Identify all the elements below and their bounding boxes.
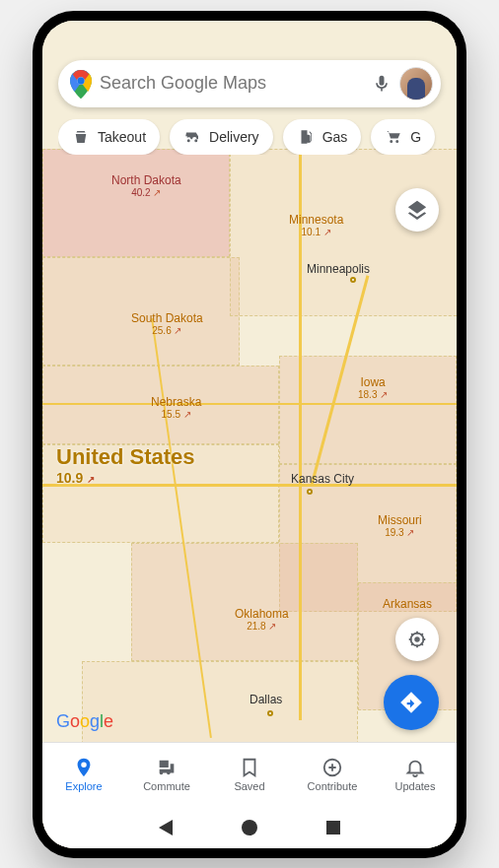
city-dot-minneapolis <box>350 277 356 283</box>
layers-button[interactable] <box>395 188 439 232</box>
svg-point-2 <box>414 636 420 642</box>
chip-label: G <box>410 129 421 145</box>
layers-icon <box>406 199 428 221</box>
city-label-dallas: Dallas <box>250 693 282 706</box>
cart-icon <box>385 128 402 146</box>
chip-label: Delivery <box>209 129 259 145</box>
home-button[interactable] <box>242 820 257 835</box>
state-label-nd: North Dakota 40.2 ↗ <box>111 173 181 198</box>
bookmark-icon <box>239 757 260 778</box>
state-region-nd <box>42 149 230 257</box>
google-logo: Google <box>56 711 113 732</box>
chip-takeout[interactable]: Takeout <box>58 119 160 155</box>
pin-icon <box>73 757 95 778</box>
takeout-icon <box>72 128 90 146</box>
chip-label: Gas <box>322 129 348 145</box>
nav-label: Explore <box>65 780 102 792</box>
nav-label: Commute <box>143 780 190 792</box>
state-region-ia <box>279 356 457 464</box>
maps-logo-icon <box>70 70 92 98</box>
state-label-ia: Iowa 18.3 ↗ <box>358 375 388 400</box>
locate-icon <box>406 629 428 650</box>
state-label-mn: Minnesota 10.1 ↗ <box>289 213 343 237</box>
commute-icon <box>156 757 178 778</box>
chip-label: Takeout <box>98 129 146 145</box>
state-label-sd: South Dakota 25.6 ↗ <box>131 311 203 336</box>
screen: North Dakota 40.2 ↗ Minnesota 10.1 ↗ Sou… <box>42 21 457 848</box>
back-button[interactable] <box>159 820 173 835</box>
search-placeholder: Search Google Maps <box>100 73 364 94</box>
state-label-ar: Arkansas <box>383 597 432 611</box>
road <box>42 403 457 405</box>
recents-button[interactable] <box>326 821 340 835</box>
profile-avatar[interactable] <box>399 67 433 100</box>
plus-circle-icon <box>321 757 343 778</box>
nav-label: Contribute <box>308 780 358 792</box>
country-label: United States 10.9 ↗ <box>56 444 195 486</box>
category-chips: Takeout Delivery Gas G <box>58 119 457 155</box>
system-nav-bar <box>42 807 457 848</box>
svg-point-1 <box>77 77 84 84</box>
directions-button[interactable] <box>384 675 439 730</box>
chip-delivery[interactable]: Delivery <box>170 119 273 155</box>
nav-label: Updates <box>395 780 436 792</box>
city-label-minneapolis: Minneapolis <box>307 262 370 276</box>
state-label-ok: Oklahoma 21.8 ↗ <box>235 607 289 632</box>
nav-contribute[interactable]: Contribute <box>291 757 374 792</box>
nav-label: Saved <box>234 780 264 792</box>
city-dot-dallas <box>267 710 273 716</box>
nav-saved[interactable]: Saved <box>208 757 291 792</box>
city-label-kansascity: Kansas City <box>291 472 354 486</box>
search-bar[interactable]: Search Google Maps <box>58 60 441 107</box>
nav-explore[interactable]: Explore <box>42 757 125 792</box>
chip-gas[interactable]: Gas <box>283 119 362 155</box>
mic-icon[interactable] <box>372 74 392 94</box>
gas-icon <box>297 128 315 146</box>
state-label-ne: Nebraska 15.5 ↗ <box>151 395 201 420</box>
state-label-mo: Missouri 19.3 ↗ <box>378 513 422 538</box>
locate-button[interactable] <box>395 618 439 661</box>
chip-groceries[interactable]: G <box>371 119 435 155</box>
state-region-ok <box>131 543 358 661</box>
city-dot-kansascity <box>307 489 313 495</box>
phone-frame: North Dakota 40.2 ↗ Minnesota 10.1 ↗ Sou… <box>33 11 466 858</box>
nav-updates[interactable]: Updates <box>374 757 457 792</box>
nav-commute[interactable]: Commute <box>125 757 208 792</box>
delivery-icon <box>183 128 201 146</box>
bottom-nav: Explore Commute Saved Contribute Updates <box>42 742 457 807</box>
directions-icon <box>398 690 424 715</box>
bell-icon <box>404 757 426 778</box>
